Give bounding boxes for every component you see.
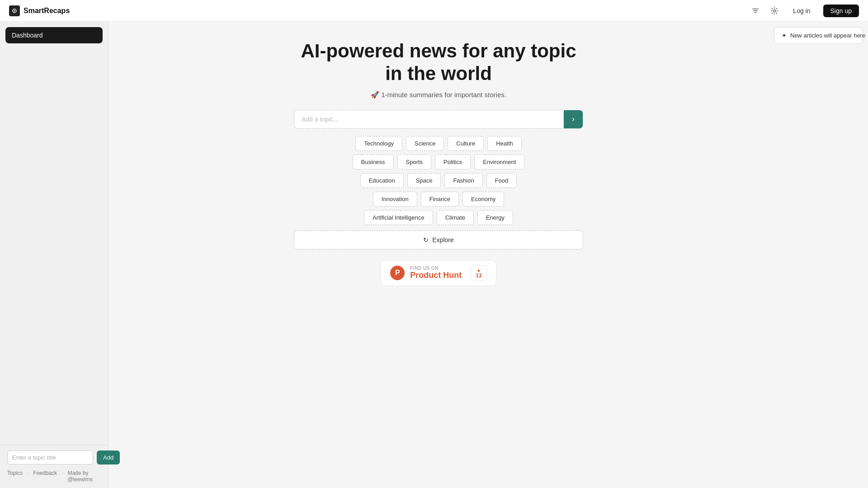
topic-tag[interactable]: Education [360, 173, 404, 188]
search-button[interactable]: › [564, 110, 583, 128]
sidebar-bottom: Add Topics · Feedback · Made by @leewlms [0, 445, 108, 488]
new-articles-label: New articles will appear here [790, 32, 865, 39]
topic-tag[interactable]: Fashion [444, 173, 482, 188]
layout: Dashboard Add Topics · Feedback · Made b… [0, 0, 868, 488]
ph-name-label: Product Hunt [410, 271, 462, 280]
arrow-right-icon: › [572, 114, 575, 124]
product-hunt-text: FIND US ON Product Hunt [410, 266, 462, 280]
filter-icon [751, 7, 760, 15]
ph-find-label: FIND US ON [410, 266, 462, 271]
settings-icon [770, 7, 778, 15]
topics-row: TechnologyScienceCultureHealth [294, 136, 583, 151]
svg-rect-4 [753, 10, 758, 11]
main-content: AI-powered news for any topic in the wor… [108, 22, 769, 488]
topic-tag[interactable]: Finance [421, 192, 459, 206]
login-button[interactable]: Log in [788, 5, 816, 17]
search-input[interactable] [294, 110, 564, 128]
logo-icon [9, 5, 20, 16]
topic-tag[interactable]: Science [406, 136, 444, 151]
footer-links: Topics · Feedback · Made by @leewlms [7, 470, 101, 483]
topic-tag[interactable]: Space [407, 173, 441, 188]
footer-topics-link[interactable]: Topics [7, 470, 23, 483]
topic-tag[interactable]: Politics [435, 155, 471, 169]
filter-icon-button[interactable] [750, 5, 761, 17]
svg-point-2 [14, 10, 15, 11]
footer-madeby-link[interactable]: Made by @leewlms [67, 470, 101, 483]
topic-tag[interactable]: Culture [448, 136, 484, 151]
topic-title-input[interactable] [7, 450, 93, 465]
topics-row: Artificial IntelligenceClimateEnergy [294, 210, 583, 225]
product-hunt-badge[interactable]: P FIND US ON Product Hunt ▲ 13 [381, 260, 496, 286]
footer-dot-2: · [61, 470, 63, 483]
new-articles-button[interactable]: ✦ New articles will appear here [774, 27, 863, 44]
footer-feedback-link[interactable]: Feedback [33, 470, 57, 483]
hero-title: AI-powered news for any topic in the wor… [294, 40, 583, 85]
topic-tag[interactable]: Food [486, 173, 517, 188]
topic-input-area: Add [7, 450, 101, 465]
explore-button[interactable]: ↻ Explore [294, 230, 583, 249]
new-articles-icon: ✦ [782, 32, 787, 39]
topic-tag[interactable]: Business [353, 155, 394, 169]
logo: SmartRecaps [9, 5, 70, 16]
settings-icon-button[interactable] [769, 5, 780, 17]
sidebar: Dashboard Add Topics · Feedback · Made b… [0, 22, 108, 488]
topic-tag[interactable]: Innovation [373, 192, 417, 206]
hero-subtitle: 🚀 1-minute summaries for important stori… [371, 91, 506, 99]
svg-rect-3 [752, 9, 759, 9]
topic-tag[interactable]: Sports [397, 155, 432, 169]
topic-tag[interactable]: Health [487, 136, 522, 151]
explore-label: Explore [432, 236, 453, 244]
search-bar: › [294, 110, 583, 129]
center-panel: AI-powered news for any topic in the wor… [294, 40, 583, 286]
svg-rect-5 [754, 12, 757, 13]
topic-tag[interactable]: Economy [462, 192, 504, 206]
logo-text: SmartRecaps [24, 7, 70, 15]
topic-tag[interactable]: Artificial Intelligence [364, 210, 433, 225]
topics-row: EducationSpaceFashionFood [294, 173, 583, 188]
explore-icon: ↻ [423, 236, 429, 244]
sidebar-item-dashboard[interactable]: Dashboard [5, 27, 103, 43]
right-panel: ✦ New articles will appear here [769, 22, 868, 488]
header-actions: Log in Sign up [750, 5, 859, 17]
sidebar-top: Dashboard [0, 22, 108, 49]
topic-tag[interactable]: Energy [477, 210, 513, 225]
header: SmartRecaps Log in Sign up [0, 0, 868, 22]
ph-upvote-count: 13 [476, 272, 481, 279]
svg-point-6 [774, 9, 776, 12]
topics-grid: TechnologyScienceCultureHealthBusinessSp… [294, 136, 583, 225]
footer-dot-1: · [27, 470, 28, 483]
signup-button[interactable]: Sign up [823, 5, 859, 17]
topic-tag[interactable]: Environment [474, 155, 524, 169]
topic-tag[interactable]: Climate [437, 210, 474, 225]
product-hunt-logo: P [390, 266, 405, 280]
ph-upvote-badge[interactable]: ▲ 13 [471, 265, 486, 281]
topic-tag[interactable]: Technology [355, 136, 402, 151]
ph-upvote-arrow: ▲ [476, 267, 481, 272]
topics-row: BusinessSportsPoliticsEnvironment [294, 155, 583, 169]
topics-row: InnovationFinanceEconomy [294, 192, 583, 206]
